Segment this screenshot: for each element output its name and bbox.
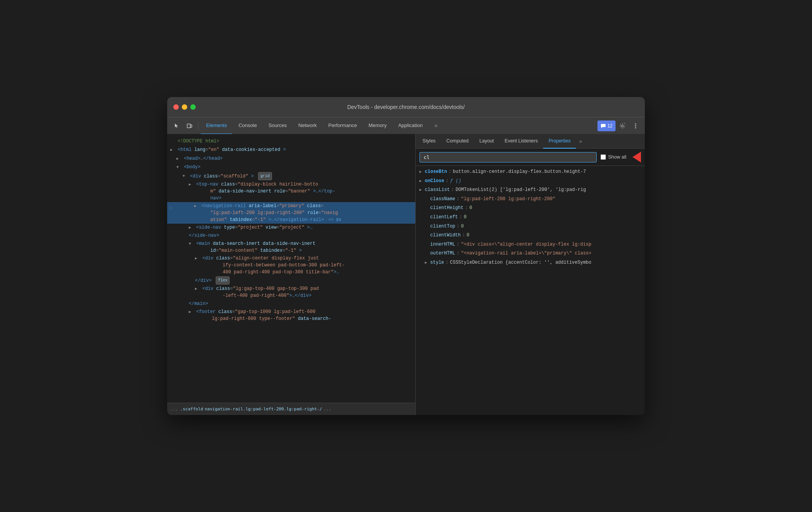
prop-name-clientLeft: clientLeft bbox=[430, 213, 458, 222]
tab-more[interactable]: » bbox=[429, 117, 443, 134]
notification-count: 12 bbox=[607, 123, 612, 129]
prop-value-className: "lg:pad-left-200 lg:pad-right-200" bbox=[461, 195, 555, 204]
breadcrumb-nav-rail[interactable]: navigation-rail.lg:pad-left-200.lg:pad-r… bbox=[205, 407, 322, 412]
close-button[interactable] bbox=[173, 104, 179, 110]
chat-icon bbox=[601, 123, 606, 129]
toolbar-separator bbox=[198, 122, 198, 130]
prop-name-clientTop: clientTop bbox=[430, 223, 455, 231]
tree-node-div-close[interactable]: </div> flex bbox=[167, 276, 415, 285]
svg-point-4 bbox=[635, 127, 636, 128]
device-toggle-button[interactable] bbox=[183, 120, 196, 132]
prop-value-outerHTML: "<navigation-rail aria-label=\"primary\"… bbox=[461, 249, 591, 258]
sub-tab-layout[interactable]: Layout bbox=[474, 134, 500, 149]
properties-search-bar: Show all bbox=[416, 149, 645, 166]
vertical-dots-icon bbox=[635, 123, 636, 129]
minimize-button[interactable] bbox=[182, 104, 187, 110]
gear-icon bbox=[619, 123, 626, 129]
properties-search-input[interactable] bbox=[419, 152, 597, 162]
prop-value-onClose: ƒ () bbox=[450, 177, 461, 186]
prop-row-innerHTML[interactable]: innerHTML : "<div class=\"align-center d… bbox=[416, 240, 645, 249]
sub-tab-styles[interactable]: Styles bbox=[417, 134, 441, 149]
tree-node-main[interactable]: ▼ <main data-search-inert data-side-nav-… bbox=[167, 240, 415, 254]
tree-node-html[interactable]: ▶ <html lang="en" data-cookies-accepted … bbox=[167, 146, 415, 154]
fullscreen-button[interactable] bbox=[190, 104, 196, 110]
sub-tab-event-listeners[interactable]: Event Listeners bbox=[499, 134, 543, 149]
window-title: DevTools - developer.chrome.com/docs/dev… bbox=[347, 104, 465, 110]
prop-row-clientTop[interactable]: clientTop : 0 bbox=[416, 222, 645, 231]
prop-row-onClose[interactable]: ▶ onClose : ƒ () bbox=[416, 177, 645, 186]
device-icon bbox=[186, 123, 193, 129]
tab-sources[interactable]: Sources bbox=[263, 117, 292, 134]
show-all-label: Show all bbox=[608, 154, 626, 160]
expand-arrow: ▶ bbox=[170, 147, 175, 153]
breadcrumb-more: ... bbox=[324, 407, 331, 412]
breadcrumb-scaffold[interactable]: .scaffold bbox=[180, 407, 203, 412]
devtools-body: <!DOCTYPE html> ▶ <html lang="en" data-c… bbox=[167, 134, 645, 415]
tree-node-title-bar[interactable]: ▶ <div class="align-center display-flex … bbox=[167, 254, 415, 276]
prop-row-clientHeight[interactable]: clientHeight : 0 bbox=[416, 204, 645, 213]
sub-tab-properties[interactable]: Properties bbox=[543, 134, 576, 149]
tree-node-main-close[interactable]: </main> bbox=[167, 300, 415, 308]
inspector-icon-button[interactable] bbox=[170, 120, 183, 132]
show-all-wrap: Show all bbox=[601, 154, 626, 160]
notification-button[interactable]: 12 bbox=[597, 120, 616, 131]
prop-value-clientTop: 0 bbox=[461, 223, 464, 231]
prop-value-style: CSSStyleDeclaration {accentColor: '', ad… bbox=[450, 259, 591, 267]
tab-application[interactable]: Application bbox=[393, 117, 428, 134]
tab-console[interactable]: Console bbox=[233, 117, 262, 134]
sub-tab-computed[interactable]: Computed bbox=[441, 134, 474, 149]
settings-button[interactable] bbox=[616, 120, 629, 132]
prop-row-classList[interactable]: ▶ classList : DOMTokenList(2) ['lg:pad-l… bbox=[416, 186, 645, 195]
prop-row-outerHTML[interactable]: outerHTML : "<navigation-rail aria-label… bbox=[416, 249, 645, 258]
ellipsis-marker: … bbox=[169, 204, 172, 211]
prop-name-clientWidth: clientWidth bbox=[430, 231, 461, 240]
tab-performance[interactable]: Performance bbox=[323, 117, 362, 134]
prop-row-clientLeft[interactable]: clientLeft : 0 bbox=[416, 213, 645, 222]
dollar-zero: == $0 bbox=[328, 218, 341, 222]
prop-name-clientHeight: clientHeight bbox=[430, 204, 463, 212]
tab-network[interactable]: Network bbox=[293, 117, 322, 134]
main-toolbar: Elements Console Sources Network Perform… bbox=[167, 117, 645, 134]
tree-node-top-nav[interactable]: ▶ <top-nav class="display-block hairline… bbox=[167, 181, 415, 202]
prop-name-style: style bbox=[430, 259, 444, 267]
tag-html-open: <html bbox=[178, 147, 191, 152]
prop-row-className[interactable]: className : "lg:pad-left-200 lg:pad-righ… bbox=[416, 195, 645, 204]
svg-point-2 bbox=[635, 123, 636, 124]
prop-name-classList: classList bbox=[425, 186, 450, 194]
attr-data-cookies: data-cookies-accepted bbox=[222, 147, 280, 152]
sub-tab-more[interactable]: » bbox=[576, 138, 585, 144]
show-all-checkbox[interactable] bbox=[601, 154, 606, 160]
prop-value-innerHTML: "<div class=\"align-center display-flex … bbox=[461, 241, 591, 249]
tree-node-footer[interactable]: ▶ <footer class="gap-top-1000 lg:pad-lef… bbox=[167, 308, 415, 323]
tree-node-body[interactable]: ▼ <body> bbox=[167, 163, 415, 171]
tab-memory[interactable]: Memory bbox=[363, 117, 392, 134]
tree-node-navigation-rail[interactable]: … ▶ <navigation-rail aria-label="primary… bbox=[167, 202, 415, 224]
elements-tree[interactable]: <!DOCTYPE html> ▶ <html lang="en" data-c… bbox=[167, 134, 415, 403]
breadcrumb-dots-left: ... bbox=[170, 407, 178, 412]
prop-row-style[interactable]: ▶ style : CSSStyleDeclaration {accentCol… bbox=[416, 258, 645, 268]
svg-rect-1 bbox=[190, 125, 192, 127]
prop-value-clientWidth: 0 bbox=[466, 231, 469, 240]
tree-node-gap-div[interactable]: ▶ <div class="lg:gap-top-400 gap-top-300… bbox=[167, 285, 415, 300]
prop-value-classList: DOMTokenList(2) ['lg:pad-left-200', 'lg:… bbox=[456, 186, 586, 194]
traffic-lights bbox=[173, 104, 196, 110]
prop-name-outerHTML: outerHTML bbox=[430, 249, 455, 258]
attr-lang: lang bbox=[194, 147, 205, 152]
red-arrow-shape bbox=[632, 152, 641, 162]
tab-elements[interactable]: Elements bbox=[201, 117, 232, 134]
tree-node-scaffold[interactable]: ▼ <div class="scaffold" > grid bbox=[167, 172, 415, 181]
tree-node-head[interactable]: ▶ <head>…</head> bbox=[167, 154, 415, 163]
more-options-button[interactable] bbox=[629, 120, 642, 132]
sub-tabs: Styles Computed Layout Event Listeners P… bbox=[416, 134, 645, 149]
prop-name-closeBtn: closeBtn bbox=[425, 168, 447, 176]
tree-node-side-nav-close[interactable]: </side-nav> bbox=[167, 231, 415, 240]
prop-value-clientHeight: 0 bbox=[469, 204, 472, 212]
prop-name-onClose: onClose bbox=[425, 177, 444, 186]
properties-list: ▶ closeBtn : button.align-center.display… bbox=[416, 166, 645, 415]
tree-node-side-nav[interactable]: ▶ <side-nav type="project" view="project… bbox=[167, 224, 415, 231]
prop-row-clientWidth[interactable]: clientWidth : 0 bbox=[416, 231, 645, 240]
prop-row-closeBtn[interactable]: ▶ closeBtn : button.align-center.display… bbox=[416, 167, 645, 177]
elements-panel: <!DOCTYPE html> ▶ <html lang="en" data-c… bbox=[167, 134, 416, 415]
breadcrumb-bar: ... .scaffold navigation-rail.lg:pad-lef… bbox=[167, 403, 415, 415]
tree-node-doctype[interactable]: <!DOCTYPE html> bbox=[167, 137, 415, 146]
